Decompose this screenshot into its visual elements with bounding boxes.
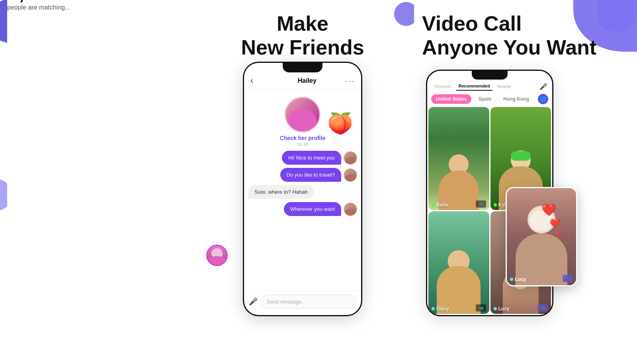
discover-nav: Discover Recommended Nearby 🎤 [427, 80, 552, 92]
nav-discover[interactable]: Discover [432, 82, 454, 90]
heart-medium: ❤️ [549, 218, 562, 229]
daisy-online-dot [432, 307, 435, 310]
right-heading: Video Call Anyone You Want [422, 12, 596, 60]
bella-cam-icon[interactable]: 📹 [476, 200, 486, 208]
left-panel: Video Match And Find Friends 3,845 peopl… [0, 0, 191, 364]
matching-count: 3,845 [7, 0, 191, 4]
filter-us[interactable]: United States [431, 94, 471, 104]
message-row-3: Sure, where to? Hahah [248, 185, 357, 199]
filter-hk[interactable]: Hong Kong [498, 94, 534, 104]
bella-bg [428, 107, 489, 210]
matching-label: people are matching... [7, 4, 191, 11]
hearts-decoration: ❤️ ❤️ ❤️ [541, 203, 562, 237]
more-options-icon[interactable]: ··· [346, 76, 355, 86]
lucy-cam-icon[interactable]: 📹 [537, 304, 548, 311]
floating-video-card[interactable]: Lucy 📹 [506, 187, 577, 286]
video-cell-bella[interactable]: Bella 📹 [428, 107, 489, 210]
check-profile-link[interactable]: Check her profile [280, 135, 325, 141]
center-heading: Make New Friends [241, 12, 364, 60]
kylie-online-dot [494, 203, 497, 206]
chat-contact-name: Hailey [256, 77, 358, 84]
globe-icon[interactable]: 🌐 [538, 94, 548, 104]
message-bubble-2: Do you like to travel? [280, 168, 341, 182]
location-filters: United States Spain Hong Kong 🌐 [427, 92, 552, 106]
bella-online-dot [432, 203, 435, 206]
peach-emoji: 🍑 [327, 111, 353, 136]
chat-body: 🍑 Check her profile 19:35 Hi! Nice to me… [244, 90, 361, 315]
chat-header: ‹ Hailey ··· [244, 72, 361, 90]
chat-input-area: 🎤 Send message... [244, 291, 361, 312]
message-row-4: Wherever you want [248, 202, 357, 216]
lucia-cam-icon[interactable]: 📹 [563, 275, 573, 282]
phone-notch [283, 63, 322, 72]
message-row-2: Do you like to travel? [248, 168, 357, 182]
right-phone-notch [472, 71, 508, 80]
video-cell-daisy[interactable]: Daisy 📹 [428, 211, 489, 314]
right-blob-tr2 [597, 0, 637, 32]
nav-nearby[interactable]: Nearby [495, 82, 514, 90]
float-avatar [206, 245, 228, 266]
nav-mic-icon[interactable]: 🎤 [539, 83, 547, 90]
message-row-1: Hi! Nice to meet you [248, 151, 357, 165]
chat-phone-mockup: ‹ Hailey ··· 🍑 Check her profile 19:35 H… [243, 62, 362, 316]
lucy-label: Lucy [494, 306, 510, 311]
lucia-label: Lucy [510, 276, 526, 282]
message-input[interactable]: Send message... [261, 294, 356, 309]
filter-spain[interactable]: Spain [474, 94, 496, 104]
chat-time: 19:35 [297, 142, 308, 147]
sender-avatar-1 [344, 151, 357, 165]
daisy-cam-icon[interactable]: 📹 [476, 304, 486, 311]
right-panel: Video Call Anyone You Want Discover Reco… [414, 0, 637, 364]
heart-large: ❤️ [541, 203, 562, 217]
message-bubble-4: Wherever you want [284, 202, 341, 216]
nav-recommended[interactable]: Recommended [456, 82, 492, 91]
sender-avatar-2 [344, 168, 357, 182]
chat-profile-avatar[interactable] [285, 97, 320, 132]
mic-icon[interactable]: 🎤 [249, 297, 258, 306]
daisy-bg [428, 211, 489, 314]
heart-small: ❤️ [555, 230, 562, 237]
chat-messages: Hi! Nice to meet you Do you like to trav… [244, 149, 361, 291]
center-panel: Make New Friends ‹ Hailey ··· 🍑 Check he… [191, 0, 414, 364]
sender-avatar-4 [344, 202, 357, 216]
bella-label: Bella [432, 202, 448, 208]
message-bubble-1: Hi! Nice to meet you [282, 151, 341, 165]
message-bubble-3: Sure, where to? Hahah [248, 185, 314, 199]
lucy-online-dot [494, 307, 497, 310]
stats-section: 3,845 people are matching... [7, 0, 191, 344]
back-icon[interactable]: ‹ [250, 76, 253, 86]
daisy-label: Daisy [432, 306, 449, 311]
lucia-online-dot [510, 278, 513, 281]
